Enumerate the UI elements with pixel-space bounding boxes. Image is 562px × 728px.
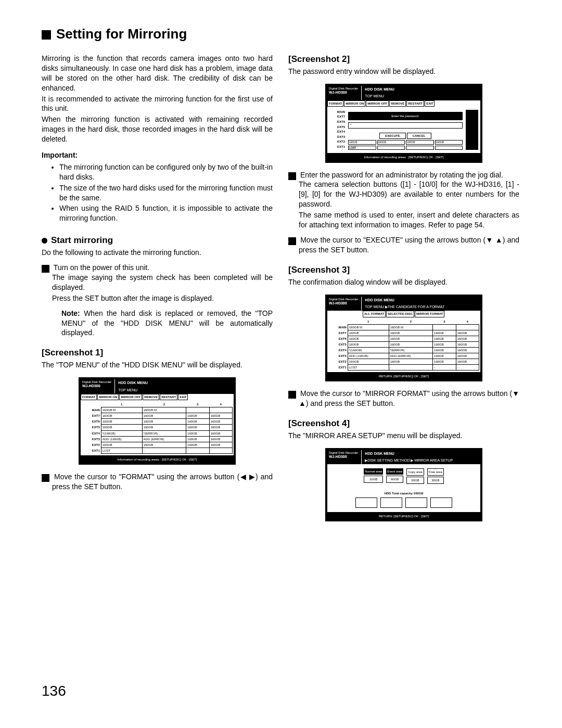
row-label: EXT5	[82, 425, 101, 430]
step1-text-b: The image saying the system check has be…	[42, 273, 273, 292]
step3-text-b: The camera selection buttons ([1] - [10/…	[288, 180, 519, 209]
disk-cell: 160GB	[142, 413, 186, 419]
intro-p3: When the mirroring function is activated…	[42, 114, 273, 144]
disk-cell: 160GB	[209, 413, 233, 419]
all-format-tab[interactable]: ALL FORMAT	[363, 311, 386, 317]
disk-cell: 160GB	[209, 436, 233, 442]
screenshot3-heading: [Screenshot 3]	[288, 264, 519, 276]
disk-cell: -	[456, 365, 479, 371]
disk-cell: 160GB	[186, 413, 209, 419]
step5-text: Move the cursor to "MIRROR FORMAT" using…	[299, 389, 519, 407]
disk-cell: 160GB	[456, 347, 479, 353]
disk-cell: -	[186, 448, 209, 453]
tiny-cell: 160GB	[406, 140, 434, 145]
row-label: EXT4	[328, 347, 348, 353]
disk-cell: 160GB	[186, 425, 209, 430]
recorder-label: Digital Disk Recorder	[81, 379, 113, 384]
mirror-off-button[interactable]: MIRROR OFF	[366, 100, 389, 107]
screenshot-footer: RETURN: [SETUP/ESC] OK : [SET]	[327, 373, 480, 379]
screenshot-3: Digital Disk Recorder WJ-HD300 HDD DISK …	[288, 295, 519, 382]
page-number: 136	[42, 683, 66, 699]
format-button[interactable]: FORMAT	[327, 100, 343, 107]
model-label: WJ-HD300	[327, 454, 360, 460]
restart-button[interactable]: RESTART	[160, 394, 177, 400]
mirror-format-tab[interactable]: MIRROR FORMAT	[415, 311, 444, 317]
area-value: 30GB	[406, 477, 424, 484]
col-header: 4	[209, 402, 233, 407]
intro-p2: It is recommended to activate the mirror…	[42, 94, 273, 114]
restart-button[interactable]: RESTART	[406, 100, 424, 107]
screenshot1-heading: [Screenshot 1]	[42, 347, 273, 359]
disk-cell: ADD (ERROR)	[142, 436, 186, 442]
normal-area-box: Normal area 10GB	[364, 468, 383, 484]
password-sidebar	[466, 110, 478, 150]
left-column: Mirroring is the function that records c…	[42, 54, 273, 529]
important-bullet: When using the RAID 5 function, it is im…	[59, 203, 273, 223]
screenshot4-lead: The "MIRROR AREA SETUP" menu will be dis…	[288, 431, 519, 441]
disk-cell: 160GB	[209, 425, 233, 430]
disk-cell: ADD (ERROR)	[389, 353, 432, 359]
disk-cell: 160GB	[348, 336, 389, 341]
menu-title: HDD DISK MENU	[363, 297, 480, 303]
menu-button-row: FORMAT MIRROR ON MIRROR OFF REMOVE RESTA…	[327, 100, 480, 107]
disk-cell: 160GB	[209, 442, 233, 448]
breadcrumb: TOP MENU ▶THE CANDIDATE FOR A FORMAT	[363, 303, 480, 310]
row-label: EXT3	[328, 353, 348, 359]
step-1: 1 Turn on the power of this unit.	[42, 263, 273, 273]
selected-disc-tab[interactable]: SELECTED DISC	[386, 311, 414, 317]
disk-cell: 160GB	[142, 442, 186, 448]
step-number-icon: 1	[42, 265, 49, 273]
disk-cell: 160GB	[456, 341, 479, 347]
row-label: EXT3	[82, 436, 101, 442]
execute-button[interactable]: EXECUTE	[379, 133, 405, 139]
col-header: 3	[433, 319, 456, 325]
remove-button[interactable]: REMOVE	[389, 100, 406, 107]
disk-cell: 160GB	[186, 436, 209, 442]
row-label: MAIN	[82, 407, 101, 413]
step3-text-c: The same method is used to enter, insert…	[288, 210, 519, 230]
screenshot2-lead: The password entry window will be displa…	[288, 67, 519, 76]
disk-cell: 160GB	[433, 353, 456, 359]
disk-cell: 160GB	[389, 341, 432, 347]
disk-cell: 160GB M	[101, 407, 142, 413]
step4-text: Move the cursor to "EXECUTE" using the a…	[299, 236, 519, 254]
screenshot3-lead: The confirmation dialog window will be d…	[288, 277, 519, 287]
screenshot4-heading: [Screenshot 4]	[288, 418, 519, 430]
exit-button[interactable]: EXIT	[425, 100, 435, 107]
tab-row: ALL FORMAT SELECTED DISC MIRROR FORMAT	[327, 311, 480, 317]
cancel-button[interactable]: CANCEL	[407, 133, 431, 139]
area-value: 90GB	[386, 476, 403, 483]
start-lead: Do the following to activate the mirrori…	[42, 248, 273, 258]
note-label: Note:	[61, 309, 80, 317]
row-label: EXT5	[328, 341, 348, 347]
copy-area-box: Copy area 30GB	[406, 468, 424, 484]
disk-cell: 160GB	[433, 336, 456, 341]
screenshot-footer: Information of recording areas : [SETUP/…	[327, 154, 480, 160]
area-label: Normal area	[364, 468, 383, 475]
mirror-on-button[interactable]: MIRROR ON	[97, 394, 119, 400]
remove-button[interactable]: REMOVE	[143, 394, 159, 400]
disk-cell: 160GB	[101, 419, 142, 425]
format-button[interactable]: FORMAT	[81, 394, 97, 400]
col-header: 4	[456, 319, 479, 325]
password-input[interactable]: *	[348, 122, 463, 129]
exit-button[interactable]: EXIT	[178, 394, 188, 400]
mirror-off-button[interactable]: MIRROR OFF	[119, 394, 142, 400]
disk-cell: *(160GB)	[348, 347, 389, 353]
note-text: When the hard disk is replaced or remove…	[61, 309, 273, 337]
right-column: [Screenshot 2] The password entry window…	[288, 54, 519, 529]
disk-cell: 160GB	[142, 425, 186, 430]
disk-cell: -	[389, 365, 432, 371]
disk-status-table: 1 2 3 4 MAIN160GB M160GB MEXT7160GB160GB…	[82, 402, 233, 454]
empty-box	[380, 497, 402, 508]
disk-cell: *(160GB)	[101, 430, 142, 436]
col-header: 3	[186, 402, 209, 407]
empty-box	[405, 497, 427, 508]
mirror-on-button[interactable]: MIRROR ON	[344, 100, 365, 107]
row-label: MAIN	[328, 324, 348, 330]
row-label: EXT1	[328, 365, 348, 371]
empty-cell: -	[406, 146, 434, 150]
model-label: WJ-HD300	[81, 384, 113, 389]
step-3: 3 Enter the password for an administrato…	[288, 170, 519, 180]
empty-box	[430, 497, 452, 508]
